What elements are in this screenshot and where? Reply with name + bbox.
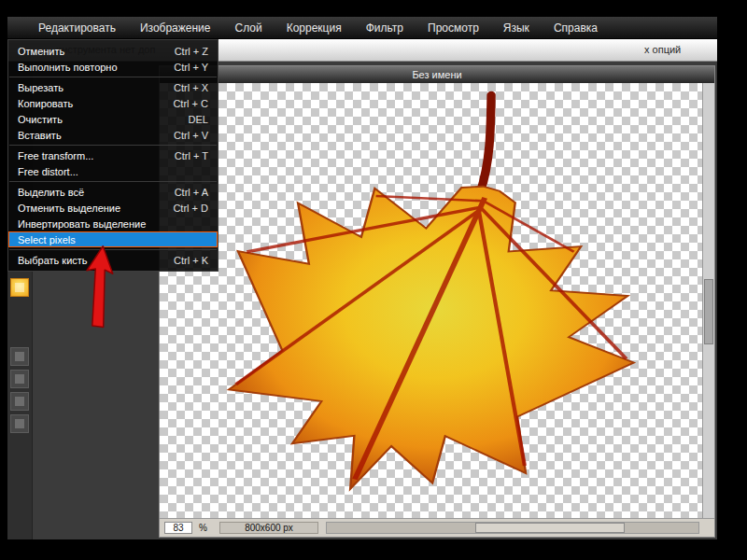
edit-menu-item-shortcut: Ctrl + D bbox=[173, 203, 208, 214]
red-arrow-annotation bbox=[82, 245, 123, 330]
edit-menu-item-label: Select pixels bbox=[18, 234, 76, 245]
canvas-size: 747x560 px bbox=[219, 522, 318, 534]
edit-menu-item-shortcut: Ctrl + Y bbox=[174, 62, 208, 73]
edit-menu-item-cut[interactable]: ВырезатьCtrl + X bbox=[8, 79, 218, 95]
edit-menu-item-undo[interactable]: ОтменитьCtrl + Z bbox=[8, 43, 218, 59]
edit-menu-item-label: Отменить bbox=[18, 46, 64, 57]
tool-icon-1[interactable] bbox=[10, 347, 29, 366]
edit-menu-item-free-transform[interactable]: Free transform...Ctrl + T bbox=[8, 147, 218, 163]
edit-menu-item-label: Очистить bbox=[18, 114, 63, 125]
edit-menu-item-shortcut: Ctrl + C bbox=[173, 98, 208, 109]
maple-leaf-image bbox=[219, 83, 658, 508]
edit-menu-item-deselect-all[interactable]: Отменить выделениеCtrl + D bbox=[8, 200, 218, 216]
canvas-area[interactable] bbox=[160, 83, 702, 518]
edit-menu-item-shortcut: Ctrl + K bbox=[174, 255, 208, 266]
edit-menu-item-label: Инвертировать выделение bbox=[18, 218, 146, 230]
menu-item-image[interactable]: Изображение bbox=[128, 17, 223, 39]
menu-item-edit[interactable]: Редактировать bbox=[26, 17, 128, 39]
menu-item-filter[interactable]: Фильтр bbox=[354, 17, 416, 39]
tool-icon-4[interactable] bbox=[10, 414, 29, 433]
vertical-scrollbar-thumb[interactable] bbox=[704, 279, 713, 344]
menu-item-view[interactable]: Просмотр bbox=[416, 17, 491, 39]
edit-dropdown-menu: ОтменитьCtrl + ZВыполнить повторноCtrl +… bbox=[7, 39, 218, 272]
edit-menu-item-redo[interactable]: Выполнить повторноCtrl + Y bbox=[8, 59, 218, 75]
document-status-bar: 83 % 747x560 px bbox=[160, 518, 714, 537]
tool-icon-2[interactable] bbox=[10, 370, 29, 388]
menu-separator bbox=[9, 145, 217, 146]
edit-menu-item-label: Вставить bbox=[18, 130, 62, 141]
edit-menu-item-label: Копировать bbox=[18, 98, 73, 109]
menu-bar: РедактироватьИзображениеСлойКоррекцияФил… bbox=[7, 17, 717, 39]
edit-menu-item-clear[interactable]: ОчиститьDEL bbox=[8, 111, 218, 127]
active-tool-icon[interactable] bbox=[10, 278, 29, 297]
edit-menu-item-shortcut: Ctrl + A bbox=[175, 187, 208, 198]
vertical-scrollbar[interactable] bbox=[702, 83, 714, 518]
edit-menu-item-select-all[interactable]: Выделить всёCtrl + A bbox=[8, 184, 218, 200]
document-window: Без имени bbox=[159, 65, 715, 538]
menu-separator bbox=[9, 181, 217, 182]
document-title: Без имени bbox=[412, 69, 461, 80]
scrollbar-corner bbox=[701, 519, 714, 537]
edit-menu-item-paste[interactable]: ВставитьCtrl + V bbox=[8, 127, 218, 143]
options-bar-text: х опций bbox=[644, 44, 681, 55]
edit-menu-item-label: Отменить выделение bbox=[18, 203, 120, 214]
horizontal-scrollbar-thumb[interactable] bbox=[475, 523, 625, 533]
menu-separator bbox=[9, 77, 217, 77]
edit-menu-item-shortcut: Ctrl + V bbox=[174, 130, 208, 141]
zoom-level[interactable]: 83 bbox=[164, 522, 192, 534]
edit-menu-item-label: Free transform... bbox=[18, 150, 93, 161]
edit-menu-item-shortcut: Ctrl + T bbox=[175, 150, 208, 161]
edit-menu-item-label: Выбрать кисть bbox=[18, 255, 88, 266]
edit-menu-item-label: Выполнить повторно bbox=[18, 62, 118, 73]
edit-menu-item-label: Выделить всё bbox=[18, 187, 84, 198]
menu-item-help[interactable]: Справка bbox=[542, 17, 610, 39]
edit-menu-item-shortcut: DEL bbox=[189, 114, 208, 125]
edit-menu-item-copy[interactable]: КопироватьCtrl + C bbox=[8, 95, 218, 111]
application-frame: РедактироватьИзображениеСлойКоррекцияФил… bbox=[0, 0, 747, 560]
tool-icon-3[interactable] bbox=[10, 392, 29, 411]
zoom-percent-sign: % bbox=[199, 523, 207, 533]
document-title-bar[interactable]: Без имени bbox=[160, 66, 714, 83]
edit-menu-item-free-distort[interactable]: Free distort... bbox=[8, 163, 218, 179]
menu-item-language[interactable]: Язык bbox=[491, 17, 542, 39]
edit-menu-item-invert-selection[interactable]: Инвертировать выделение bbox=[8, 216, 218, 231]
edit-menu-item-label: Вырезать bbox=[18, 82, 63, 93]
edit-menu-item-shortcut: Ctrl + X bbox=[174, 82, 208, 93]
horizontal-scrollbar[interactable] bbox=[326, 522, 699, 534]
menu-item-layer[interactable]: Слой bbox=[223, 17, 275, 39]
edit-menu-item-label: Free distort... bbox=[18, 166, 78, 177]
edit-menu-item-shortcut: Ctrl + Z bbox=[175, 46, 208, 57]
menu-item-adjustment[interactable]: Коррекция bbox=[275, 17, 354, 39]
